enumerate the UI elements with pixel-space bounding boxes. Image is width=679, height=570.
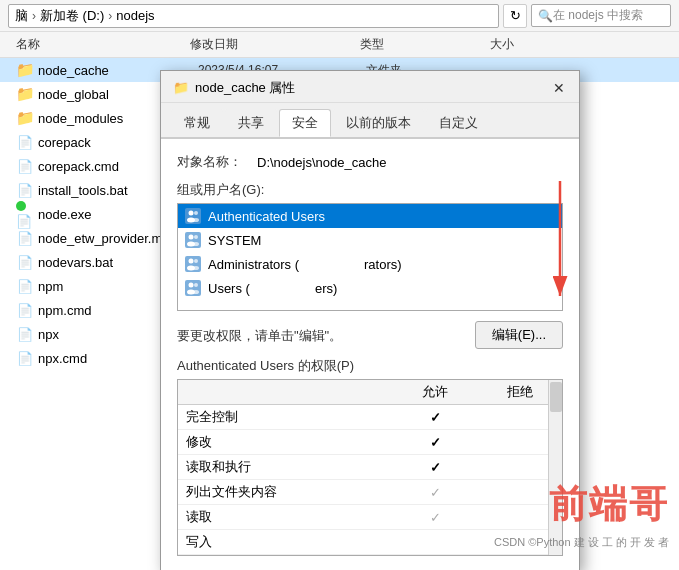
tab-previous[interactable]: 以前的版本 bbox=[333, 109, 424, 137]
addr-part-0: 脑 bbox=[15, 7, 28, 25]
check-icon-allow-3: ✓ bbox=[430, 485, 441, 500]
folder-icon: 📁 bbox=[16, 109, 35, 127]
dialog-titlebar: 📁 node_cache 属性 ✕ bbox=[161, 71, 579, 103]
file-icon-cell: 📄 bbox=[16, 253, 34, 271]
check-icon-allow-0: ✓ bbox=[430, 410, 441, 425]
edit-button[interactable]: 编辑(E)... bbox=[475, 321, 563, 349]
group-item-1[interactable]: SYSTEM bbox=[178, 228, 562, 252]
perm-name-1: 修改 bbox=[178, 430, 393, 455]
col-header-date[interactable]: 修改日期 bbox=[190, 36, 360, 53]
dialog-title-text: node_cache 属性 bbox=[195, 79, 295, 97]
svg-point-4 bbox=[193, 218, 199, 222]
svg-point-16 bbox=[189, 283, 194, 288]
col-header-size[interactable]: 大小 bbox=[490, 36, 570, 53]
file-icon-cell: 📄 bbox=[16, 349, 34, 367]
file-icon-cell: 📄 bbox=[16, 325, 34, 343]
addr-sep-1: › bbox=[108, 9, 112, 23]
perm-allow-0: ✓ bbox=[393, 405, 477, 430]
file-icon: 📄 bbox=[17, 255, 33, 270]
perm-row-4: 读取 ✓ bbox=[178, 505, 562, 530]
file-icon: 📄 bbox=[17, 159, 33, 174]
svg-point-1 bbox=[189, 211, 194, 216]
perm-name-3: 列出文件夹内容 bbox=[178, 480, 393, 505]
group-list: Authenticated Users SYSTEM bbox=[177, 203, 563, 311]
check-icon-allow-4: ✓ bbox=[430, 510, 441, 525]
perm-name-2: 读取和执行 bbox=[178, 455, 393, 480]
file-icon: 📄 bbox=[17, 279, 33, 294]
user-group-icon-0 bbox=[184, 207, 202, 225]
object-value: D:\nodejs\node_cache bbox=[257, 155, 386, 170]
file-icon: 📄 bbox=[17, 327, 33, 342]
perm-header: Authenticated Users 的权限(P) bbox=[177, 357, 563, 375]
search-box[interactable]: 🔍 在 nodejs 中搜索 bbox=[531, 4, 671, 27]
svg-point-9 bbox=[193, 242, 199, 246]
user-group-icon-3 bbox=[184, 279, 202, 297]
file-icon-cell: 📁 bbox=[16, 61, 34, 79]
dialog-tabs: 常规 共享 安全 以前的版本 自定义 bbox=[161, 103, 579, 139]
group-item-label-3: Users ( ers) bbox=[208, 281, 337, 296]
svg-point-6 bbox=[189, 235, 194, 240]
column-headers: 名称 修改日期 类型 大小 bbox=[0, 32, 679, 58]
address-bar: 脑 › 新加卷 (D:) › nodejs ↻ 🔍 在 nodejs 中搜索 bbox=[0, 0, 679, 32]
search-placeholder: 在 nodejs 中搜索 bbox=[553, 7, 643, 24]
folder-icon: 📁 bbox=[16, 85, 35, 103]
folder-icon: 📁 bbox=[16, 61, 35, 79]
address-path[interactable]: 脑 › 新加卷 (D:) › nodejs bbox=[8, 4, 499, 28]
group-item-label-2: Administrators ( rators) bbox=[208, 257, 402, 272]
addr-part-1: 新加卷 (D:) bbox=[40, 7, 104, 25]
perm-name-0: 完全控制 bbox=[178, 405, 393, 430]
edit-note: 要更改权限，请单击"编辑"。 bbox=[177, 327, 342, 345]
addr-sep-0: › bbox=[32, 9, 36, 23]
tab-security[interactable]: 安全 bbox=[279, 109, 331, 137]
addr-part-2: nodejs bbox=[116, 8, 154, 23]
tab-share[interactable]: 共享 bbox=[225, 109, 277, 137]
watermark-sub: CSDN ©Python 建 设 工 的 开 发 者 bbox=[494, 535, 669, 550]
file-icon-cell: 📄 bbox=[16, 205, 34, 223]
user-group-icon-2 bbox=[184, 255, 202, 273]
col-header-type[interactable]: 类型 bbox=[360, 36, 490, 53]
check-icon-allow-2: ✓ bbox=[430, 460, 441, 475]
perm-row-0: 完全控制 ✓ bbox=[178, 405, 562, 430]
svg-point-7 bbox=[194, 235, 198, 239]
file-icon: 📄 bbox=[17, 231, 33, 246]
perm-allow-2: ✓ bbox=[393, 455, 477, 480]
file-icon-cell: 📄 bbox=[16, 181, 34, 199]
perm-allow-1: ✓ bbox=[393, 430, 477, 455]
file-icon-cell: 📄 bbox=[16, 301, 34, 319]
dialog-title: 📁 node_cache 属性 bbox=[173, 79, 295, 97]
svg-point-11 bbox=[189, 259, 194, 264]
permissions-table-wrap: 允许 拒绝 完全控制 ✓ 修改 ✓ bbox=[177, 379, 563, 556]
permissions-table: 允许 拒绝 完全控制 ✓ 修改 ✓ bbox=[178, 380, 562, 555]
perm-row-2: 读取和执行 ✓ bbox=[178, 455, 562, 480]
check-icon-allow-1: ✓ bbox=[430, 435, 441, 450]
svg-point-2 bbox=[194, 211, 198, 215]
file-icon: 📄 bbox=[17, 183, 33, 198]
group-item-3[interactable]: Users ( ers) bbox=[178, 276, 562, 300]
dialog-close-button[interactable]: ✕ bbox=[549, 78, 569, 98]
group-item-2[interactable]: Administrators ( rators) bbox=[178, 252, 562, 276]
watermark-text: 前端哥 bbox=[549, 479, 669, 530]
group-item-0[interactable]: Authenticated Users bbox=[178, 204, 562, 228]
file-icon-cell: 📄 bbox=[16, 277, 34, 295]
file-icon: 📄 bbox=[17, 303, 33, 318]
svg-point-19 bbox=[193, 290, 199, 294]
perm-name-4: 读取 bbox=[178, 505, 393, 530]
file-icon-cell: 📁 bbox=[16, 85, 34, 103]
group-item-label-1: SYSTEM bbox=[208, 233, 261, 248]
col-header-name[interactable]: 名称 bbox=[0, 36, 190, 53]
svg-point-17 bbox=[194, 283, 198, 287]
refresh-button[interactable]: ↻ bbox=[503, 4, 527, 28]
perm-scroll-thumb bbox=[550, 382, 562, 412]
group-item-label-0: Authenticated Users bbox=[208, 209, 325, 224]
perm-allow-3: ✓ bbox=[393, 480, 477, 505]
search-icon: 🔍 bbox=[538, 9, 553, 23]
properties-dialog: 📁 node_cache 属性 ✕ 常规 共享 安全 以前的版本 自定义 对象名… bbox=[160, 70, 580, 570]
file-icon: 📄 bbox=[17, 135, 33, 150]
tab-custom[interactable]: 自定义 bbox=[426, 109, 491, 137]
tab-general[interactable]: 常规 bbox=[171, 109, 223, 137]
user-group-icon-1 bbox=[184, 231, 202, 249]
dialog-title-icon: 📁 bbox=[173, 80, 189, 95]
perm-col-name bbox=[178, 380, 393, 405]
file-icon-cell: 📄 bbox=[16, 229, 34, 247]
perm-col-allow: 允许 bbox=[393, 380, 477, 405]
